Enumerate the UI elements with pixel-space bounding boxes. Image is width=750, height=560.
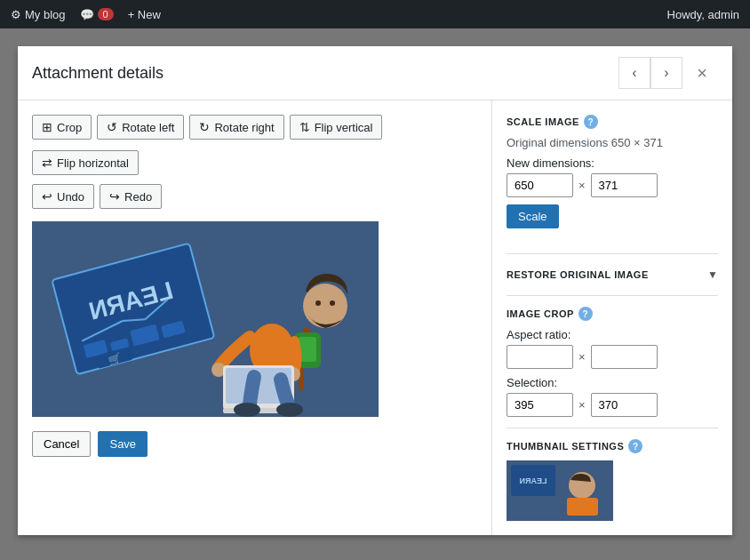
site-name-item[interactable]: ⚙ My blog <box>11 8 66 21</box>
comments-item[interactable]: 💬 0 <box>80 8 114 21</box>
user-label: Howdy, admin <box>667 8 739 21</box>
admin-bar: ⚙ My blog 💬 0 + New Howdy, admin <box>0 0 750 28</box>
new-label: + New <box>128 8 161 21</box>
wp-logo-icon: ⚙ <box>11 8 21 21</box>
comment-count: 0 <box>98 8 114 20</box>
comment-icon: 💬 <box>80 8 94 21</box>
new-item[interactable]: + New <box>128 8 161 21</box>
site-name: My blog <box>25 8 66 21</box>
user-item[interactable]: Howdy, admin <box>667 8 739 21</box>
